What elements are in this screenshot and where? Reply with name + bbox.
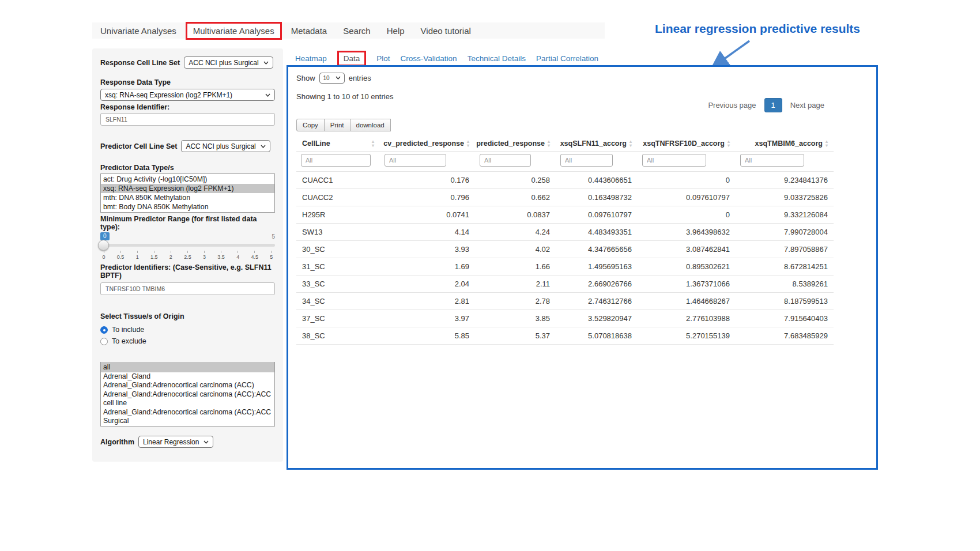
cv-predicted-response-cell: 2.81 bbox=[380, 293, 475, 310]
column-filter-input[interactable] bbox=[740, 154, 804, 167]
column-filter-input[interactable] bbox=[301, 154, 371, 167]
chevron-down-icon bbox=[336, 76, 341, 80]
listbox-option[interactable]: bmt: Body DNA 850K Methylation bbox=[101, 202, 274, 212]
nav-item[interactable]: Help bbox=[379, 26, 413, 36]
table-row[interactable]: 38_SC 5.85 5.37 5.070818638 5.270155139 … bbox=[296, 327, 834, 345]
listbox-option[interactable]: Adrenal_Gland:Adrenocortical carcinoma (… bbox=[101, 381, 274, 390]
sort-icon[interactable]: ▴▾ bbox=[826, 139, 828, 148]
export-button[interactable]: Print bbox=[324, 119, 350, 131]
table-row[interactable]: CUACC2 0.796 0.662 0.163498732 0.0976107… bbox=[296, 189, 834, 206]
listbox-option[interactable]: Adrenal_Gland bbox=[101, 372, 274, 382]
nav-item[interactable]: Search bbox=[335, 26, 379, 36]
predictor-cell-line-set-select[interactable]: ACC NCI plus Surgical bbox=[181, 140, 270, 152]
export-button[interactable]: download bbox=[350, 119, 391, 131]
results-tab[interactable]: Cross-Validation bbox=[401, 54, 457, 63]
slider-tick: 0 bbox=[101, 251, 106, 260]
predicted-response-cell: 1.66 bbox=[475, 258, 556, 276]
previous-page-button[interactable]: Previous page bbox=[702, 98, 762, 112]
export-button[interactable]: Copy bbox=[296, 119, 325, 131]
xsqtnfrsf10d-cell: 1.367371066 bbox=[638, 276, 736, 293]
slider-track[interactable] bbox=[100, 244, 275, 247]
results-tab[interactable]: Heatmap bbox=[295, 54, 327, 63]
column-header[interactable]: cv_predicted_response ▴▾ bbox=[380, 135, 475, 152]
entries-label: entries bbox=[349, 74, 371, 82]
min-predictor-range-slider[interactable]: 0 5 00.511.522.533.544.55 bbox=[100, 232, 275, 260]
column-filter-input[interactable] bbox=[642, 154, 706, 167]
current-page-button[interactable]: 1 bbox=[764, 98, 782, 112]
column-header[interactable]: xsqSLFN11_accorg ▴▾ bbox=[556, 135, 638, 152]
slider-handle[interactable] bbox=[98, 240, 109, 251]
response-cell-line-set-select[interactable]: ACC NCI plus Surgical bbox=[184, 56, 273, 69]
xsqtmbim6-cell: 8.5389261 bbox=[736, 276, 834, 293]
table-row[interactable]: 37_SC 3.97 3.85 3.529820947 2.776103988 … bbox=[296, 310, 834, 327]
table-row[interactable]: 31_SC 1.69 1.66 1.495695163 0.895302621 … bbox=[296, 258, 834, 276]
table-row[interactable]: SW13 4.14 4.24 4.483493351 3.964398632 7… bbox=[296, 224, 834, 241]
sort-icon[interactable]: ▴▾ bbox=[630, 139, 632, 148]
table-row[interactable]: 30_SC 3.93 4.02 4.347665656 3.087462841 … bbox=[296, 241, 834, 258]
column-header[interactable]: xsqTNFRSF10D_accorg ▴▾ bbox=[638, 135, 736, 152]
column-filter-input[interactable] bbox=[480, 154, 531, 167]
column-filter-input[interactable] bbox=[560, 154, 613, 167]
radio-label: To include bbox=[112, 326, 144, 334]
tissue-radio[interactable]: To include bbox=[100, 324, 275, 335]
nav-item[interactable]: Univariate Analyses bbox=[92, 26, 184, 36]
cv-predicted-response-cell: 1.69 bbox=[380, 258, 475, 276]
entries-select[interactable]: 10 bbox=[319, 73, 345, 84]
table-row[interactable]: 34_SC 2.81 2.78 2.746312766 1.464668267 … bbox=[296, 293, 834, 310]
listbox-option[interactable]: mth: DNA 850K Methylation bbox=[101, 193, 274, 202]
results-tab[interactable]: Partial Correlation bbox=[536, 54, 598, 63]
predictor-cell-line-set-row: Predictor Cell Line Set ACC NCI plus Sur… bbox=[100, 140, 275, 152]
nav-item[interactable]: Video tutorial bbox=[413, 26, 479, 36]
chevron-down-icon bbox=[203, 440, 209, 444]
nav-item[interactable]: Metadata bbox=[283, 26, 336, 36]
listbox-option[interactable]: xsq: RNA-seq Expression (log2 FPKM+1) bbox=[101, 184, 274, 193]
column-header[interactable]: CellLine ▴▾ bbox=[296, 135, 380, 152]
listbox-option[interactable]: Adrenal_Gland:Adrenocortical carcinoma (… bbox=[101, 408, 274, 426]
sort-icon[interactable]: ▴▾ bbox=[467, 139, 469, 148]
listbox-option[interactable]: all bbox=[101, 363, 274, 372]
radio-icon[interactable] bbox=[100, 326, 108, 334]
column-header[interactable]: xsqTMBIM6_accorg ▴▾ bbox=[736, 135, 834, 152]
results-tab[interactable]: Plot bbox=[376, 54, 390, 63]
predictor-data-type-listbox[interactable]: act: Drug Activity (-log10[IC50M]) xsq: … bbox=[100, 173, 275, 213]
results-tab[interactable]: Data bbox=[337, 51, 367, 66]
nav-item[interactable]: Multivariate Analyses bbox=[186, 22, 282, 40]
top-nav: Univariate Analyses Multivariate Analyse… bbox=[92, 22, 605, 39]
column-header[interactable]: predicted_response ▴▾ bbox=[475, 135, 556, 152]
algorithm-select[interactable]: Linear Regression bbox=[138, 436, 213, 448]
predictor-identifiers-input[interactable] bbox=[100, 282, 275, 295]
cv-predicted-response-cell: 0.0741 bbox=[380, 206, 475, 224]
slider-value-badge: 0 bbox=[100, 232, 110, 240]
tissue-radio[interactable]: To exclude bbox=[100, 335, 275, 347]
xsqtnfrsf10d-cell: 0 bbox=[638, 172, 736, 189]
response-identifier-input[interactable] bbox=[100, 113, 275, 126]
table-row[interactable]: 33_SC 2.04 2.11 2.669026766 1.367371066 … bbox=[296, 276, 834, 293]
xsqslfn11-cell: 0.163498732 bbox=[556, 189, 638, 206]
xsqtmbim6-cell: 7.915640403 bbox=[736, 310, 834, 327]
slider-tick: 4 bbox=[236, 251, 240, 260]
xsqtnfrsf10d-cell: 0 bbox=[638, 206, 736, 224]
xsqslfn11-cell: 0.097610797 bbox=[556, 206, 638, 224]
cell-line-cell: CUACC2 bbox=[296, 189, 380, 206]
sort-icon[interactable]: ▴▾ bbox=[728, 139, 730, 148]
sort-icon[interactable]: ▴▾ bbox=[372, 139, 374, 148]
cv-predicted-response-cell: 4.14 bbox=[380, 224, 475, 241]
listbox-option[interactable]: act: Drug Activity (-log10[IC50M]) bbox=[101, 175, 274, 184]
cell-line-cell: SW13 bbox=[296, 224, 380, 241]
listbox-option[interactable]: Adrenal_Gland:Adrenocortical carcinoma (… bbox=[101, 390, 274, 408]
radio-icon[interactable] bbox=[100, 338, 108, 345]
response-data-type-label: Response Data Type bbox=[100, 78, 275, 86]
sort-icon[interactable]: ▴▾ bbox=[548, 139, 550, 148]
table-filter-row bbox=[296, 152, 834, 172]
column-filter-input[interactable] bbox=[385, 154, 446, 167]
table-row[interactable]: CUACC1 0.176 0.258 0.443606651 0 9.23484… bbox=[296, 172, 834, 189]
xsqslfn11-cell: 2.669026766 bbox=[556, 276, 638, 293]
next-page-button[interactable]: Next page bbox=[785, 98, 830, 112]
algorithm-row: Algorithm Linear Regression bbox=[100, 436, 275, 448]
cell-line-cell: 30_SC bbox=[296, 241, 380, 258]
predicted-response-cell: 2.11 bbox=[475, 276, 556, 293]
tissue-listbox[interactable]: all Adrenal_Gland Adrenal_Gland:Adrenoco… bbox=[100, 362, 275, 427]
table-row[interactable]: H295R 0.0741 0.0837 0.097610797 0 9.3321… bbox=[296, 206, 834, 224]
response-data-type-select[interactable]: xsq: RNA-seq Expression (log2 FPKM+1) bbox=[100, 89, 275, 101]
results-tab[interactable]: Technical Details bbox=[468, 54, 526, 63]
